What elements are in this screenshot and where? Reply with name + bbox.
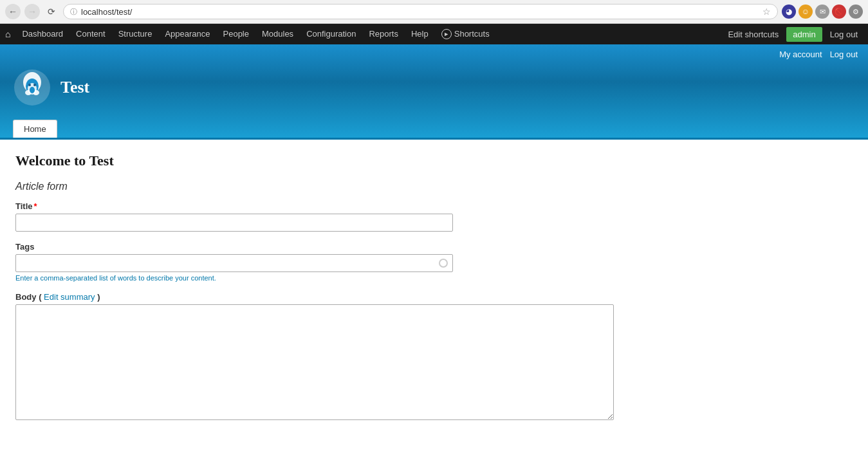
site-name: Test xyxy=(60,78,89,97)
home-icon[interactable]: ⌂ xyxy=(5,29,10,39)
address-bar: ⓘ ☆ xyxy=(63,4,778,19)
extension-icon-5[interactable]: ⚙ xyxy=(849,5,863,19)
body-label: Body ( Edit summary ) xyxy=(15,292,853,302)
tags-spinner-icon xyxy=(439,259,448,268)
admin-logout-link[interactable]: Log out xyxy=(825,30,863,39)
nav-item-reports[interactable]: Reports xyxy=(362,24,405,44)
tags-form-group: Tags Enter a comma-separated list of wor… xyxy=(15,242,853,282)
extension-icon-3[interactable]: ✉ xyxy=(815,5,829,19)
browser-chrome: ← → ⟳ ⓘ ☆ ◕ ☺ ✉ 🚫 ⚙ xyxy=(0,0,868,24)
extension-icon-4[interactable]: 🚫 xyxy=(832,5,846,19)
tags-label: Tags xyxy=(15,242,853,252)
browser-toolbar: ← → ⟳ ⓘ ☆ ◕ ☺ ✉ 🚫 ⚙ xyxy=(0,0,868,23)
svg-point-7 xyxy=(28,84,31,86)
main-content: Welcome to Test Article form Title* Tags… xyxy=(0,138,868,443)
header-user-links: My account Log out xyxy=(779,50,858,59)
bookmark-star-icon[interactable]: ☆ xyxy=(762,6,771,17)
nav-item-shortcuts[interactable]: ► Shortcuts xyxy=(435,24,496,44)
nav-item-people[interactable]: People xyxy=(217,24,255,44)
title-input[interactable] xyxy=(15,214,453,232)
nav-item-dashboard[interactable]: Dashboard xyxy=(15,24,69,44)
svg-point-6 xyxy=(30,87,35,93)
admin-nav: Dashboard Content Structure Appearance P… xyxy=(15,24,723,44)
header-top: My account Log out xyxy=(0,44,868,62)
drupal-logo xyxy=(13,68,51,107)
browser-icons: ◕ ☺ ✉ 🚫 ⚙ xyxy=(782,5,863,19)
body-textarea[interactable] xyxy=(15,304,614,420)
nav-item-structure[interactable]: Structure xyxy=(112,24,159,44)
form-section-title: Article form xyxy=(15,181,853,192)
title-required-star: * xyxy=(34,201,37,211)
forward-button[interactable]: → xyxy=(24,4,40,19)
svg-point-8 xyxy=(33,84,36,86)
title-label: Title* xyxy=(15,201,853,211)
refresh-button[interactable]: ⟳ xyxy=(44,4,59,19)
page-title: Welcome to Test xyxy=(15,152,853,169)
header-branding: Test xyxy=(0,62,868,120)
extension-icon-2[interactable]: ☺ xyxy=(799,5,813,19)
site-nav: Home xyxy=(0,120,868,138)
admin-user-button[interactable]: admin xyxy=(786,27,822,42)
my-account-link[interactable]: My account xyxy=(779,50,822,59)
extension-icon-1[interactable]: ◕ xyxy=(782,5,796,19)
back-button[interactable]: ← xyxy=(5,4,21,19)
nav-item-help[interactable]: Help xyxy=(405,24,435,44)
tags-hint: Enter a comma-separated list of words to… xyxy=(15,274,853,282)
shortcuts-play-icon: ► xyxy=(441,29,452,39)
tags-wrapper xyxy=(15,254,453,272)
nav-item-appearance[interactable]: Appearance xyxy=(158,24,216,44)
edit-summary-link[interactable]: Edit summary xyxy=(44,292,95,302)
admin-right: Edit shortcuts admin Log out xyxy=(723,27,863,42)
url-input[interactable] xyxy=(81,7,759,17)
edit-shortcuts-link[interactable]: Edit shortcuts xyxy=(723,30,784,39)
nav-item-content[interactable]: Content xyxy=(69,24,112,44)
site-header: My account Log out Test Home xyxy=(0,44,868,138)
admin-toolbar: ⌂ Dashboard Content Structure Appearance… xyxy=(0,24,868,44)
nav-item-configuration[interactable]: Configuration xyxy=(300,24,362,44)
nav-item-modules[interactable]: Modules xyxy=(255,24,300,44)
tags-input[interactable] xyxy=(15,254,453,272)
title-form-group: Title* xyxy=(15,201,853,232)
header-logout-link[interactable]: Log out xyxy=(830,50,858,59)
home-tab[interactable]: Home xyxy=(13,120,57,138)
lock-icon: ⓘ xyxy=(70,7,77,17)
body-form-group: Body ( Edit summary ) xyxy=(15,292,853,420)
